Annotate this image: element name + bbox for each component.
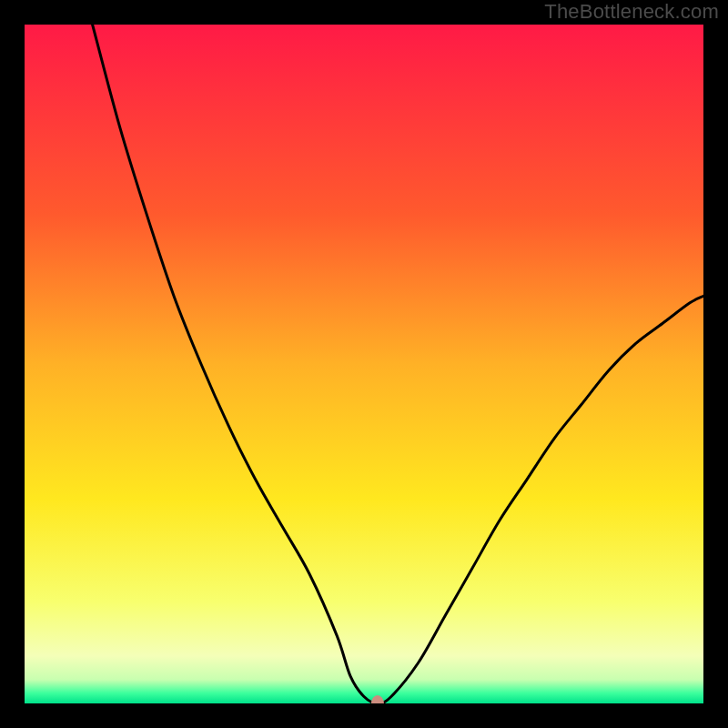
watermark-label: TheBottleneck.com xyxy=(544,0,719,24)
chart-svg xyxy=(25,25,703,703)
chart-background xyxy=(25,25,703,703)
chart-frame: TheBottleneck.com xyxy=(0,0,728,728)
plot-outer xyxy=(25,25,703,703)
plot-area xyxy=(25,25,703,703)
